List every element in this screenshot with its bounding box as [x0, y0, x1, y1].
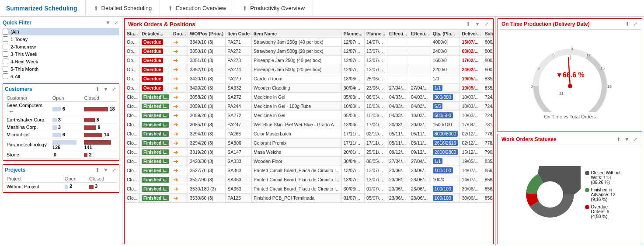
wo-deliver: 15/12/... — [460, 148, 483, 157]
table-row[interactable]: Op... Overdue ➔ 3420/10 (3) PA279 Garden… — [125, 74, 494, 83]
arrow-icon: ➔ — [173, 48, 178, 55]
filter-checkbox-all[interactable] — [3, 29, 8, 35]
wo-expand-icon[interactable]: ⤢ — [484, 21, 490, 28]
filter-checkbox-nextweek[interactable] — [3, 59, 8, 64]
project-row[interactable]: Without Project 2 3 — [5, 183, 117, 190]
customers-title: Customers — [5, 86, 32, 92]
customers-expand-icon[interactable]: ⤢ — [111, 86, 117, 93]
filter-item-all[interactable]: (All) — [3, 28, 119, 35]
wo-planne2: 01/07/... — [364, 184, 387, 194]
wo-table-wrapper[interactable]: Sta... Detailed... Dou... WO/Pos (Prior.… — [125, 30, 493, 244]
wo-qty: 2800/2800 — [431, 148, 460, 157]
table-row[interactable]: Clo... Finished i... ➔ 3058/20 (3) SA272… — [125, 93, 494, 102]
wo-effecti1: 04/03/... — [387, 111, 409, 120]
nav-label-execution: Execution Overview — [176, 5, 226, 11]
nav-item-summarized[interactable]: Summarized Scheduling — [3, 0, 86, 16]
closed-bar — [89, 185, 94, 189]
table-row[interactable]: Clo... Finished i... ➔ 3294/20 (3) SA306… — [125, 139, 494, 148]
table-row[interactable]: Op... Overdue ➔ 3420/20 (3) SA332 Wooden… — [125, 83, 494, 93]
on-time-upload-icon[interactable]: ⬆ — [624, 21, 630, 28]
table-row[interactable]: Clo... Finished i... ➔ 3294/10 (3) PA266… — [125, 129, 494, 139]
customers-filter-icon[interactable]: ▼ — [102, 86, 109, 93]
nav-item-detailed[interactable]: ⬆ Detailed Scheduling — [86, 0, 160, 16]
status-badge: Finished i... — [142, 104, 169, 109]
customers-upload-icon[interactable]: ⬆ — [94, 86, 101, 93]
wo-planne1: 30/04/... — [341, 157, 364, 166]
table-row[interactable]: Clo... Finished i... ➔ 3527/90 (3) SA363… — [125, 175, 494, 184]
wo-effecti1: 23/06/... — [387, 175, 409, 184]
status-badge: Finished i... — [142, 113, 169, 118]
filter-item-today[interactable]: 1-Today — [3, 35, 119, 43]
wo-qty: 100/0 — [431, 175, 460, 184]
customer-row[interactable]: Parametechnology 126 141 — [5, 139, 117, 151]
filter-item-nextweek[interactable]: 4-Next Week — [3, 58, 119, 65]
wo-number: 3530/60 (3) — [188, 194, 226, 203]
wo-number: 3085/10 (3) — [188, 120, 226, 129]
quick-filter-expand-icon[interactable]: ⤢ — [113, 19, 119, 26]
table-row[interactable]: Op... Overdue ➔ 3352/10 (3) PA274 Pineap… — [125, 65, 494, 74]
filter-item-all6[interactable]: 6-All — [3, 73, 119, 80]
wo-deliver: 24/02/... — [460, 65, 483, 74]
nav-item-productivity[interactable]: ⬆ Productivity Overview — [234, 0, 313, 16]
wo-statuses-upload-icon[interactable]: ⬆ — [616, 136, 622, 143]
wo-effecti2 — [409, 38, 431, 47]
filter-checkbox-tomorrow[interactable] — [3, 44, 8, 49]
customer-name: Stone — [5, 151, 51, 159]
customer-row[interactable]: Mashina Corp. 3 9 — [5, 124, 117, 131]
deliver-date: 02/12/... — [462, 140, 478, 146]
qty-badge: 100/100 — [433, 167, 453, 173]
filter-item-thisweek[interactable]: 3-This Week — [3, 50, 119, 58]
table-row[interactable]: Op... Overdue ➔ 3351/10 (3) PA273 Pineap… — [125, 56, 494, 65]
customer-row[interactable]: Earthshaker Corp. 3 8 — [5, 116, 117, 124]
right-panel: On Time Production (Delivery Date) ⬆ ⤢ — [495, 17, 644, 246]
table-row[interactable]: Clo... Finished i... ➔ 3059/20 (3) SA272… — [125, 111, 494, 120]
wo-effecti1: 30/03/... — [387, 120, 409, 129]
table-row[interactable]: Clo... Finished i... ➔ 3530/180 (3) SA36… — [125, 184, 494, 194]
projects-upload-icon[interactable]: ⬆ — [94, 166, 101, 173]
table-row[interactable]: Op... Overdue ➔ 3350/10 (3) PA272 Strawb… — [125, 47, 494, 56]
wo-item-name: Printed Circuit Board_Placa de Circuito … — [252, 175, 342, 184]
filter-item-thismonth[interactable]: 5-This Month — [3, 65, 119, 73]
projects-expand-icon[interactable]: ⤢ — [111, 166, 117, 173]
filter-checkbox-thismonth[interactable] — [3, 66, 8, 72]
filter-checkbox-thisweek[interactable] — [3, 51, 8, 57]
wo-statuses-expand-icon[interactable]: ⤢ — [632, 136, 638, 143]
customer-row[interactable]: Stone 0 2 — [5, 151, 117, 159]
customer-row[interactable]: Bees Computers ← 6 18 — [5, 102, 117, 116]
wo-status: Clo... — [125, 129, 140, 139]
closed-bar — [84, 107, 108, 111]
nav-item-execution[interactable]: ⬆ Execution Overview — [160, 0, 234, 16]
quick-filter-filter-icon[interactable]: ▼ — [104, 19, 111, 26]
customer-row[interactable]: Microchips 6 14 — [5, 131, 117, 139]
table-row[interactable]: Clo... Finished i... ➔ 3319/20 (3) SA147… — [125, 148, 494, 157]
wo-arrow: ➔ — [171, 74, 188, 83]
wo-filter-icon[interactable]: ▼ — [474, 21, 481, 28]
wo-item-code: PA247 — [226, 120, 252, 129]
wo-upload-icon[interactable]: ⬆ — [465, 21, 471, 28]
quick-filter-list: (All) 1-Today 2-Tomorrow 3-This Week 4-N… — [3, 28, 119, 80]
wo-number: 3420/10 (3) — [188, 74, 226, 83]
table-row[interactable]: Clo... Finished i... ➔ 3420/30 (3) SA333… — [125, 157, 494, 166]
wo-detail: Finished i... — [140, 129, 171, 139]
table-row[interactable]: Op... Overdue ➔ 3349/10 (3) PA271 Strawb… — [125, 38, 494, 47]
qty-badge: 100/100 — [433, 186, 453, 192]
wo-deliver: 17/02/... — [460, 56, 483, 65]
table-row[interactable]: Clo... Finished i... ➔ 3085/10 (3) PA247… — [125, 120, 494, 129]
projects-icons: ⬆ ▼ ⤢ — [94, 166, 117, 173]
wo-number: 3527/90 (3) — [188, 175, 226, 184]
projects-filter-icon[interactable]: ▼ — [102, 166, 109, 173]
wo-statuses-filter-icon[interactable]: ▼ — [623, 136, 630, 143]
table-row[interactable]: Clo... Finished i... ➔ 3527/70 (3) SA363… — [125, 166, 494, 175]
legend-item-overdue: OverdueOrders: 6(4,58 %) — [585, 204, 621, 219]
wo-sales: 856/2 — [483, 166, 493, 175]
col-sales: Sales — [483, 30, 493, 38]
arrow-icon: ➔ — [173, 194, 178, 201]
filter-checkbox-all6[interactable] — [3, 73, 8, 79]
wo-qty: 100/100 — [431, 194, 460, 203]
table-row[interactable]: Clo... Finished i... ➔ 3059/10 (3) PA244… — [125, 102, 494, 111]
filter-item-tomorrow[interactable]: 2-Tomorrow — [3, 43, 119, 50]
filter-checkbox-today[interactable] — [3, 36, 8, 42]
wo-qty: 500/500 — [431, 111, 460, 120]
on-time-expand-icon[interactable]: ⤢ — [632, 21, 638, 28]
table-row[interactable]: Clo... Finished i... ➔ 3530/60 (3) PA125… — [125, 194, 494, 203]
